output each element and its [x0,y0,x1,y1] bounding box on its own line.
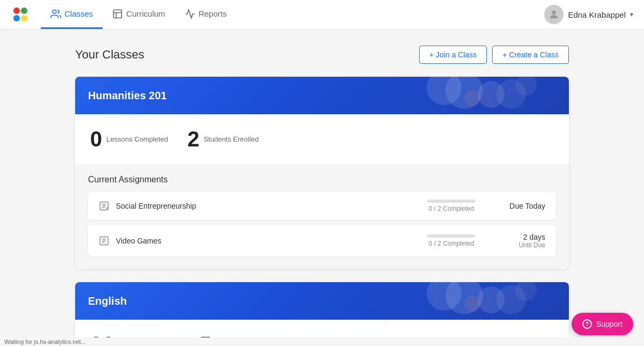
support-label: Support [596,320,623,328]
svg-point-4 [53,10,56,13]
progress-bar-track-se [427,200,475,203]
due-line1-vg: 2 days [497,233,545,241]
deco-circle-e4 [464,296,480,312]
join-class-button[interactable]: + Join a Class [419,46,487,64]
progress-text-se: 0 / 2 Completed [429,205,474,212]
class-card-header-humanities201[interactable]: Humanities 201 [75,77,569,114]
user-menu[interactable]: Edna Krabappel ▾ [544,5,633,24]
reports-icon [185,9,195,19]
create-class-button[interactable]: + Create a Class [492,46,569,64]
deco-circle-3 [515,77,537,95]
status-bar: Waiting for js.hs-analytics.net... [0,337,644,346]
assignment-icon-se [99,201,109,211]
svg-point-3 [21,15,27,21]
navbar: Classes Curriculum Reports Edna Krabappe… [0,0,644,30]
due-section-se: Due Today [497,202,545,210]
assignment-name-se: Social Entrepreneurship [116,202,427,210]
svg-point-1 [21,8,27,14]
due-line2-vg: Until Due [497,241,545,249]
page-title: Your Classes [75,48,144,62]
avatar [544,5,564,24]
chevron-down-icon: ▾ [630,11,633,18]
deco-circle-1 [427,77,462,105]
class-name-humanities201: Humanities 201 [88,90,167,102]
nav-items: Classes Curriculum Reports [41,0,236,29]
deco-circle-e2 [478,286,504,313]
class-card-humanities201: Humanities 201 0 Lessons Completed 2 Stu… [75,77,569,269]
students-enrolled-label: Students Enrolled [203,135,259,143]
support-icon: ? [582,319,592,329]
main-content: Your Classes + Join a Class + Create a C… [0,30,644,346]
due-line1-se: Due Today [497,202,545,210]
assignment-item-social-entrepreneurship[interactable]: Social Entrepreneurship 0 / 2 Completed … [88,192,556,220]
svg-rect-5 [114,10,122,18]
progress-text-vg: 0 / 2 Completed [429,240,474,247]
nav-reports[interactable]: Reports [175,0,237,29]
svg-point-0 [13,8,20,14]
nav-classes[interactable]: Classes [41,0,103,29]
app-logo [11,5,30,24]
assignments-section-humanities201: Current Assignments Social Entrepreneurs… [75,164,569,269]
classes-header: Your Classes + Join a Class + Create a C… [75,46,569,64]
class-card-header-english[interactable]: English [75,282,569,320]
assignments-title-humanities201: Current Assignments [88,175,556,185]
progress-bar-track-vg [427,234,475,238]
classes-icon [50,9,61,19]
assignment-item-video-games[interactable]: Video Games 0 / 2 Completed 2 days Until… [88,225,556,256]
progress-section-se: 0 / 2 Completed [427,200,475,212]
deco-circle-e3 [515,282,537,301]
class-name-english: English [88,295,127,307]
lessons-completed-number: 0 [90,127,102,151]
svg-point-6 [552,11,556,14]
progress-section-vg: 0 / 2 Completed [427,234,475,247]
status-text: Waiting for js.hs-analytics.net... [4,338,86,345]
assignment-name-vg: Video Games [116,237,427,245]
user-name: Edna Krabappel [568,10,626,19]
assignment-icon-vg [99,235,109,246]
class-card-english: English 31 Lessons Completed 5 Students … [75,282,569,346]
svg-point-2 [13,15,20,21]
support-button[interactable]: ? Support [572,313,633,335]
curriculum-icon [112,9,123,19]
lessons-completed-label: Lessons Completed [106,135,168,143]
deco-circle-2 [478,81,504,108]
deco-circle-4 [464,90,480,106]
nav-curriculum[interactable]: Curriculum [103,0,175,29]
header-buttons: + Join a Class + Create a Class [419,46,569,64]
students-enrolled-number: 2 [187,127,199,151]
due-section-vg: 2 days Until Due [497,233,545,249]
deco-circle-e1 [427,282,462,311]
class-stats-humanities201: 0 Lessons Completed 2 Students Enrolled [75,114,569,164]
